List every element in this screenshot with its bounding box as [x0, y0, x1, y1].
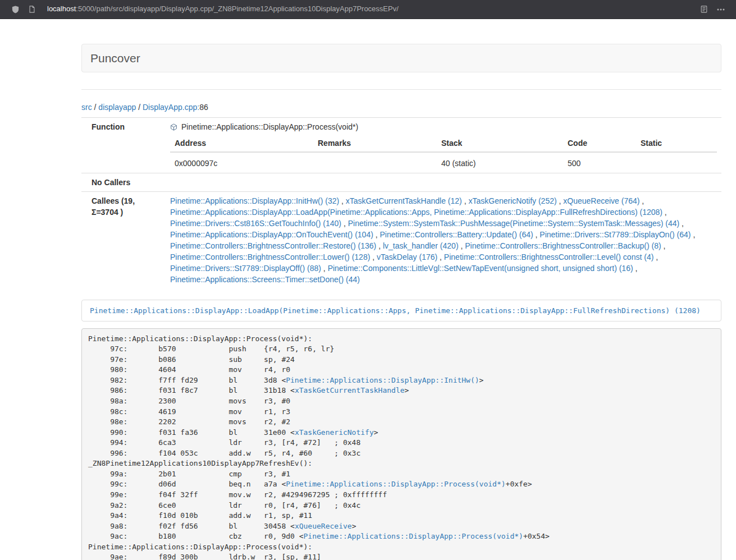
- column-remarks: Remarks: [313, 137, 437, 152]
- callee-link[interactable]: Pinetime::System::SystemTask::PushMessag…: [348, 219, 680, 228]
- callee-link[interactable]: Pinetime::Applications::DisplayApp::OnTo…: [170, 230, 373, 239]
- highlighted-symbol-panel: Pinetime::Applications::DisplayApp::Load…: [81, 300, 721, 322]
- reader-mode-icon[interactable]: [699, 4, 709, 15]
- address-value: 0x0000097c: [170, 152, 313, 169]
- callee-link[interactable]: Pinetime::Drivers::St7789::DisplayOn() (…: [540, 230, 691, 239]
- code-symbol-link[interactable]: xTaskGetCurrentTaskHandle: [295, 386, 405, 394]
- no-callers-cell: [166, 173, 721, 192]
- table-row-callees: Callees (19, Σ=3704 ) Pinetime::Applicat…: [81, 192, 721, 289]
- stats-table: Address Remarks Stack Code Static 0x0000…: [170, 137, 717, 169]
- function-name: Pinetime::Applications::DisplayApp::Proc…: [181, 121, 358, 132]
- callee-link[interactable]: vTaskDelay (176): [377, 253, 437, 261]
- callee-link[interactable]: Pinetime::Applications::DisplayApp::Init…: [170, 196, 339, 205]
- column-stack: Stack: [437, 137, 563, 152]
- symbol-icon: [170, 123, 177, 131]
- callee-link[interactable]: xTaskGenericNotify (252): [468, 196, 556, 205]
- callee-link[interactable]: Pinetime::Controllers::BrightnessControl…: [465, 241, 661, 250]
- highlighted-symbol-link[interactable]: Pinetime::Applications::DisplayApp::Load…: [90, 306, 701, 315]
- function-table: Function Pinetime::Applications::Display…: [81, 117, 721, 288]
- callee-link[interactable]: Pinetime::Drivers::St7789::DisplayOff() …: [170, 264, 321, 273]
- navbar: Puncover: [81, 44, 721, 72]
- brand-link[interactable]: Puncover: [90, 50, 140, 67]
- callee-link[interactable]: Pinetime::Controllers::BrightnessControl…: [444, 253, 653, 261]
- callee-link[interactable]: Pinetime::Controllers::Battery::Update()…: [380, 230, 533, 239]
- breadcrumb-link[interactable]: src: [81, 103, 92, 112]
- stats-header-row: Address Remarks Stack Code Static: [170, 137, 717, 152]
- stats-value-row: 0x0000097c 40 (static) 500: [170, 152, 717, 169]
- callee-link[interactable]: Pinetime::Components::LittleVgl::SetNewT…: [328, 264, 633, 273]
- url-path: :5000/path/src/displayapp/DisplayApp.cpp…: [76, 4, 399, 13]
- url-host: localhost: [47, 4, 76, 13]
- page-actions-icon[interactable]: [716, 4, 726, 15]
- column-code: Code: [563, 137, 636, 152]
- page-info-icon[interactable]: [27, 4, 37, 15]
- column-static: Static: [636, 137, 717, 152]
- content-container: Puncover src / displayapp / DisplayApp.c…: [81, 44, 721, 560]
- callees-cell: Pinetime::Applications::DisplayApp::Init…: [166, 192, 721, 289]
- row-label-no-callers: No Callers: [81, 173, 166, 192]
- shield-icon[interactable]: [10, 4, 20, 15]
- code-block: Pinetime::Applications::DisplayApp::Proc…: [81, 328, 721, 560]
- table-row-no-callers: No Callers: [81, 173, 721, 192]
- callee-link[interactable]: Pinetime::Controllers::BrightnessControl…: [170, 241, 376, 250]
- callee-link[interactable]: Pinetime::Applications::DisplayApp::Load…: [170, 208, 662, 217]
- function-cell: Pinetime::Applications::DisplayApp::Proc…: [166, 118, 721, 173]
- breadcrumb-line-number: 86: [199, 103, 208, 112]
- callee-link[interactable]: xTaskGetCurrentTaskHandle (12): [346, 196, 462, 205]
- row-label-callees: Callees (19, Σ=3704 ): [81, 192, 166, 289]
- code-symbol-link[interactable]: Pinetime::Applications::DisplayApp::Init…: [286, 376, 479, 384]
- code-symbol-link[interactable]: Pinetime::Applications::DisplayApp::Proc…: [286, 480, 505, 488]
- breadcrumb: src / displayapp / DisplayApp.cpp:86: [81, 102, 721, 113]
- static-value: [636, 152, 717, 169]
- url-bar[interactable]: localhost:5000/path/src/displayapp/Displ…: [47, 4, 689, 15]
- divider: [81, 89, 721, 90]
- callee-link[interactable]: Pinetime::Controllers::BrightnessControl…: [170, 253, 370, 261]
- breadcrumb-link[interactable]: displayapp: [98, 103, 136, 112]
- page: Puncover src / displayapp / DisplayApp.c…: [0, 44, 736, 560]
- code-symbol-link[interactable]: xTaskGenericNotify: [295, 428, 374, 437]
- stack-value: 40 (static): [437, 152, 563, 169]
- callee-link[interactable]: Pinetime::Applications::Screens::Timer::…: [170, 275, 360, 284]
- row-label-function: Function: [81, 118, 166, 173]
- code-symbol-link[interactable]: xQueueReceive: [295, 522, 352, 530]
- breadcrumb-separator: /: [92, 103, 99, 112]
- code-symbol-link[interactable]: Pinetime::Applications::DisplayApp::Proc…: [304, 532, 523, 540]
- remarks-value: [313, 152, 437, 169]
- callee-link[interactable]: xQueueReceive (764): [563, 196, 639, 205]
- table-row-function: Function Pinetime::Applications::Display…: [81, 118, 721, 173]
- callee-link[interactable]: lv_task_handler (420): [383, 241, 459, 250]
- code-value: 500: [563, 152, 636, 169]
- column-address: Address: [170, 137, 313, 152]
- browser-toolbar: localhost:5000/path/src/displayapp/Displ…: [0, 0, 736, 19]
- callees-list: Pinetime::Applications::DisplayApp::Init…: [170, 195, 717, 285]
- function-symbol: Pinetime::Applications::DisplayApp::Proc…: [170, 121, 717, 132]
- breadcrumb-separator: /: [136, 103, 143, 112]
- breadcrumb-link[interactable]: DisplayApp.cpp:: [143, 103, 199, 112]
- callee-link[interactable]: Pinetime::Drivers::Cst816S::GetTouchInfo…: [170, 219, 341, 228]
